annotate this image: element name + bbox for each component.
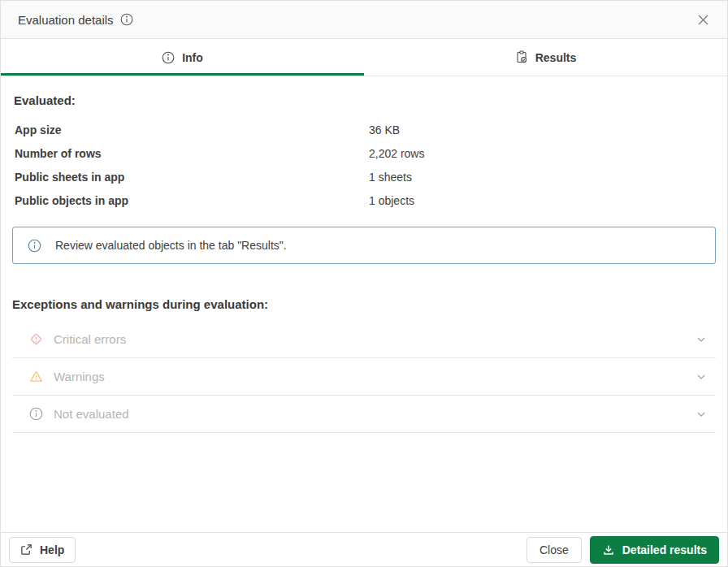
close-button[interactable]: Close: [526, 537, 582, 563]
accordion-row-not-evaluated[interactable]: Not evaluated: [12, 396, 716, 433]
tab-results-label: Results: [535, 51, 577, 64]
table-row: App size 36 KB: [1, 118, 727, 141]
table-row: Public objects in app 1 objects: [1, 188, 727, 212]
tab-info-label: Info: [182, 51, 203, 64]
info-circle-icon: [162, 51, 175, 64]
accordion-row-warnings[interactable]: Warnings: [12, 358, 716, 396]
detailed-results-label: Detailed results: [622, 543, 707, 556]
row-label: Public sheets in app: [15, 171, 369, 184]
info-banner-text: Review evaluated objects in the tab "Res…: [55, 239, 287, 252]
info-circle-icon: [28, 239, 41, 253]
accordion-row-label: Warnings: [54, 370, 105, 383]
download-icon: [602, 543, 615, 556]
accordion-row-label: Not evaluated: [54, 407, 129, 421]
close-button-label: Close: [540, 543, 569, 556]
exceptions-accordion: Critical errors Warnings: [12, 321, 716, 433]
title-info-icon: [120, 13, 133, 26]
chevron-down-icon: [695, 333, 708, 346]
evaluation-details-dialog: Evaluation details In: [0, 0, 728, 567]
info-banner: Review evaluated objects in the tab "Res…: [12, 227, 716, 264]
clipboard-check-icon: [515, 50, 528, 64]
row-value: 36 KB: [369, 123, 400, 136]
evaluated-table: App size 36 KB Number of rows 2,202 rows…: [1, 118, 727, 212]
row-label: App size: [15, 123, 369, 136]
external-link-icon: [20, 543, 32, 556]
critical-diamond-icon: [29, 332, 43, 346]
chevron-down-icon: [695, 370, 708, 383]
row-value: 1 objects: [369, 194, 414, 207]
info-circle-icon: [29, 407, 43, 421]
row-label: Public objects in app: [15, 194, 369, 207]
chevron-down-icon: [695, 408, 708, 421]
dialog-footer: Help Close Detailed results: [1, 532, 727, 566]
table-row: Number of rows 2,202 rows: [1, 141, 727, 165]
tab-info[interactable]: Info: [1, 39, 364, 76]
evaluated-heading: Evaluated:: [14, 93, 727, 107]
table-row: Public sheets in app 1 sheets: [1, 165, 727, 188]
warning-triangle-icon: [29, 370, 43, 383]
dialog-titlebar: Evaluation details: [1, 1, 727, 39]
close-icon[interactable]: [694, 11, 713, 29]
row-label: Number of rows: [15, 147, 369, 160]
dialog-title: Evaluation details: [18, 13, 114, 27]
detailed-results-button[interactable]: Detailed results: [590, 536, 719, 564]
exceptions-heading: Exceptions and warnings during evaluatio…: [12, 297, 727, 311]
row-value: 1 sheets: [369, 171, 412, 184]
footer-actions: Close Detailed results: [526, 536, 719, 564]
help-button[interactable]: Help: [9, 537, 76, 563]
row-value: 2,202 rows: [369, 147, 424, 160]
accordion-row-critical-errors[interactable]: Critical errors: [12, 321, 716, 358]
tab-bar: Info Results: [1, 39, 727, 76]
accordion-row-label: Critical errors: [54, 332, 126, 346]
help-button-label: Help: [40, 543, 64, 556]
tab-results[interactable]: Results: [364, 39, 727, 76]
